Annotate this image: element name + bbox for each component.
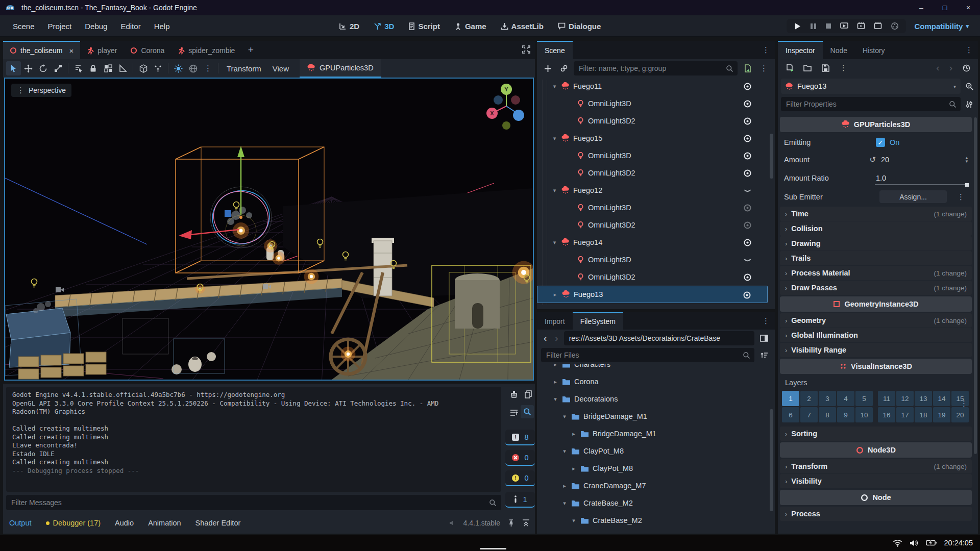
nav-back-icon[interactable]: ‹	[541, 333, 549, 344]
instance-scene-button[interactable]	[557, 62, 571, 75]
amount-ratio-slider[interactable]	[875, 184, 969, 185]
tab-scene[interactable]: Scene	[537, 41, 573, 59]
file-tree-row[interactable]: ▸CraneDamage_M7	[537, 477, 768, 494]
renderer-dropdown[interactable]: Compatibility ▾	[914, 22, 969, 31]
scene-tree-row[interactable]: ▾Fuego11	[537, 78, 768, 95]
toggle-split-mode-button[interactable]	[757, 332, 771, 345]
scene-tree-row[interactable]: OmniLight3D	[537, 251, 768, 268]
layer-6[interactable]: 6	[782, 407, 799, 422]
layer-17[interactable]: 17	[896, 407, 914, 422]
play-scene-button[interactable]	[840, 22, 848, 30]
visibility-toggle[interactable]	[742, 133, 752, 143]
section-transform[interactable]: ›Transform(1 change)	[780, 459, 972, 473]
property-tools-button[interactable]	[963, 98, 976, 111]
file-tree-row[interactable]: ▾CrateBase_M2	[537, 512, 768, 529]
local-space-button[interactable]	[151, 61, 165, 76]
visibility-toggle[interactable]	[742, 290, 752, 300]
layer-1[interactable]: 1	[782, 391, 799, 406]
tab-node[interactable]: Node	[823, 41, 855, 59]
file-sort-button[interactable]	[757, 348, 771, 362]
workspace-dialogue-button[interactable]: Dialogue	[553, 19, 605, 33]
chevron-down-icon[interactable]: ▾	[551, 83, 558, 90]
scene-tree-scrollbar[interactable]	[770, 134, 773, 179]
file-tree-row[interactable]: ▾CrateBase_M2	[537, 494, 768, 512]
file-tree-row[interactable]: ▸Corona	[537, 373, 768, 390]
chevron-down-icon[interactable]: ▾	[561, 500, 568, 507]
chevron-down-icon[interactable]: ▾	[571, 517, 577, 524]
close-tab-icon[interactable]: ×	[69, 46, 74, 55]
section-drawing[interactable]: ›Drawing	[780, 236, 972, 251]
snap-button[interactable]	[136, 61, 151, 76]
assign-button[interactable]: Assign...	[879, 190, 947, 203]
scene-tab-spider_zombie[interactable]: spider_zombie	[171, 41, 241, 59]
layer-14[interactable]: 14	[933, 391, 950, 406]
section-geometry[interactable]: ›Geometry(1 change)	[780, 313, 972, 328]
preview-sunlight-button[interactable]	[171, 61, 186, 76]
layer-5[interactable]: 5	[855, 391, 873, 406]
layer-19[interactable]: 19	[933, 407, 950, 422]
section-global-illumination[interactable]: ›Global Illumination	[780, 328, 972, 342]
menu-help[interactable]: Help	[149, 19, 176, 34]
visibility-toggle[interactable]	[742, 81, 752, 91]
section-process[interactable]: ›Process	[780, 507, 972, 521]
filesystem-menu-icon[interactable]: ⋮	[759, 316, 773, 325]
tab-import[interactable]: Import	[537, 312, 573, 330]
scene-tree-row[interactable]: OmniLight3D2	[537, 268, 768, 286]
chevron-right-icon[interactable]: ▸	[571, 431, 577, 437]
layer-8[interactable]: 8	[819, 407, 836, 422]
clear-output-button[interactable]	[507, 388, 521, 401]
errors-counter[interactable]: 0	[505, 450, 535, 466]
history-button[interactable]	[960, 61, 973, 74]
save-resource-button[interactable]	[819, 61, 832, 74]
layers-menu-icon[interactable]: ⋮	[957, 399, 971, 408]
chevron-down-icon[interactable]: ▾	[552, 396, 558, 403]
scene-tree-row[interactable]: OmniLight3D	[537, 199, 768, 216]
chevron-right-icon[interactable]: ▸	[552, 291, 558, 298]
visibility-toggle[interactable]	[742, 151, 752, 161]
layer-16[interactable]: 16	[878, 407, 895, 422]
movie-reel-icon[interactable]	[891, 22, 899, 30]
scene-tab-the_coliseum[interactable]: the_coliseum×	[3, 41, 80, 59]
inspector-scrollbar[interactable]	[974, 117, 977, 454]
scene-tab-Corona[interactable]: Corona	[124, 41, 171, 59]
slider-handle[interactable]	[965, 183, 969, 187]
attach-script-button[interactable]	[741, 62, 754, 75]
file-tree-row[interactable]: ▸ClayPot_M8	[537, 460, 768, 477]
inspector-forward-icon[interactable]: ›	[947, 62, 955, 73]
workspace-3d-button[interactable]: 3D	[369, 19, 399, 33]
gpuparticles3d-context-tab[interactable]: GPUParticles3D	[300, 59, 381, 78]
visibility-toggle[interactable]	[742, 272, 752, 282]
visibility-toggle[interactable]	[742, 220, 752, 230]
pause-button[interactable]	[810, 23, 817, 30]
nav-forward-icon[interactable]: ›	[552, 333, 560, 344]
group-button[interactable]	[101, 61, 115, 76]
scene-tree-row[interactable]: OmniLight3D	[537, 95, 768, 112]
layer-18[interactable]: 18	[915, 407, 932, 422]
wifi-icon[interactable]	[893, 539, 902, 547]
edited-node-selector[interactable]: Fuego13 ▾	[781, 79, 961, 94]
bottom-tab-audio[interactable]: Audio	[115, 519, 134, 527]
scene-tree-row[interactable]: ▾Fuego12	[537, 182, 768, 199]
collapse-duplicates-button[interactable]	[507, 406, 521, 419]
3d-viewport[interactable]: ⋮ Perspective Y X	[4, 78, 534, 381]
movie-maker-button[interactable]	[874, 22, 882, 30]
mute-icon[interactable]	[449, 519, 456, 527]
scene-filter-input[interactable]	[574, 64, 726, 72]
section-visibility[interactable]: ›Visibility	[780, 474, 972, 488]
layer-3[interactable]: 3	[819, 391, 836, 406]
chevron-right-icon[interactable]: ▸	[561, 483, 568, 489]
sub-emitter-menu-icon[interactable]: ⋮	[954, 192, 968, 202]
visibility-toggle[interactable]	[742, 98, 752, 109]
scale-tool-button[interactable]	[51, 61, 65, 76]
section-sorting[interactable]: ›Sorting	[780, 427, 972, 441]
visibility-toggle[interactable]	[742, 185, 752, 195]
bottom-tab-animation[interactable]: Animation	[148, 519, 181, 527]
workspace-game-button[interactable]: Game	[450, 19, 491, 33]
workspace-script-button[interactable]: Script	[404, 19, 445, 33]
layer-12[interactable]: 12	[896, 391, 914, 406]
inspector-menu-icon[interactable]: ⋮	[962, 45, 976, 55]
filter-files-input[interactable]	[541, 351, 743, 359]
maximize-button[interactable]: □	[933, 0, 957, 15]
info-counter[interactable]: 1	[505, 492, 535, 508]
menu-editor[interactable]: Editor	[115, 19, 146, 34]
